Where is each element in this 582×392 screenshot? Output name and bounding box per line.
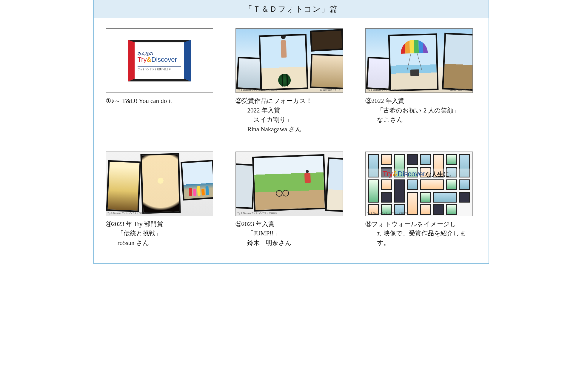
caption-line: ④2023 年 Try 部門賞 xyxy=(106,220,217,229)
bicycle-icon xyxy=(275,188,289,197)
td-logo-subtitle: フォトコンテスト受賞作品より xyxy=(138,66,181,71)
td-logo-frame: みんなの Try&Discover フォトコンテスト受賞作品より xyxy=(128,40,191,81)
featured-photo-fireworks xyxy=(140,153,181,214)
side-photo-left xyxy=(366,57,392,90)
banner-try: Try xyxy=(383,170,393,178)
side-photo-left xyxy=(236,57,263,90)
child-figure xyxy=(281,40,287,58)
caption-line: ③2022 年入賞 xyxy=(365,96,477,106)
banner-amp: & xyxy=(393,170,398,178)
wall-tile xyxy=(433,192,457,203)
panel-3: Try & Discover フォトコンテスト 受賞作品 Song by ゴスペ… xyxy=(365,28,477,144)
wall-tile xyxy=(407,179,418,190)
caption-line: 「古希のお祝い 2 人の笑顔」 xyxy=(365,106,477,115)
caption-line: ⑤2023 年入賞 xyxy=(235,220,347,229)
wall-tile xyxy=(407,192,418,215)
contest-credit: Try & Discover フォトコンテスト 受賞作品 xyxy=(367,89,407,92)
featured-photo-suikawari xyxy=(258,34,308,90)
contest-credit: Try & Discover フォトコンテスト 受賞作品 xyxy=(367,212,407,215)
panel-4-caption: ④2023 年 Try 部門賞 「伝統と挑戦」 ro5sun さん xyxy=(106,220,217,248)
contest-credit: Try & Discover フォトコンテスト 受賞作品 xyxy=(108,212,148,215)
header-bar: 「Ｔ＆Ｄフォトコン」篇 xyxy=(94,0,489,18)
caption-line: Rina Nakagawa さん xyxy=(235,125,347,134)
panel-5: Try & Discover フォトコンテスト 受賞作品 ⑤2023 年入賞 「… xyxy=(235,152,347,257)
parasail-ropes xyxy=(407,53,421,71)
panel-1-thumb: みんなの Try&Discover フォトコンテスト受賞作品より xyxy=(106,28,213,93)
side-photo-right-beach xyxy=(181,160,213,200)
field-scene xyxy=(254,156,325,210)
panel-2: Try & Discover フォトコンテスト 受賞作品 Song by ゴスペ… xyxy=(235,28,347,144)
wall-tile xyxy=(420,192,431,203)
panel-5-thumb: Try & Discover フォトコンテスト 受賞作品 xyxy=(235,152,343,216)
wall-tile xyxy=(381,179,392,190)
photo-wall-banner: Try&Discoverな人生に。 xyxy=(366,169,472,180)
wall-tile xyxy=(394,179,405,203)
caption-line: 「JUMP!!」 xyxy=(235,229,347,238)
caption-line: 「スイカ割り」 xyxy=(235,115,347,125)
panel-6-thumb: Try&Discoverな人生に。 Try & Discover フォトコンテス… xyxy=(365,152,473,216)
wall-tile xyxy=(420,154,431,165)
panel-3-thumb: Try & Discover フォトコンテスト 受賞作品 Song by ゴスペ… xyxy=(365,28,473,93)
parasail-icon xyxy=(401,39,428,54)
caption-line: 「伝統と挑戦」 xyxy=(106,229,217,238)
side-photo-left xyxy=(235,163,255,209)
wall-tile xyxy=(381,154,392,165)
wall-tile xyxy=(381,192,392,203)
wall-tile xyxy=(407,154,418,165)
side-photo-left-autumn xyxy=(106,160,141,212)
panel-4: Try & Discover フォトコンテスト 受賞作品 ④2023 年 Try… xyxy=(106,152,217,257)
caption-line: ro5sun さん xyxy=(106,238,217,248)
banner-discover: Discover xyxy=(398,170,425,178)
wall-tile xyxy=(433,204,444,215)
banner-jp: な人生に。 xyxy=(425,171,455,178)
wall-tile xyxy=(446,204,457,215)
contest-credit: Try & Discover フォトコンテスト 受賞作品 xyxy=(238,89,278,92)
wall-tile xyxy=(446,179,457,190)
featured-photo-jump xyxy=(252,154,326,212)
panel-5-caption: ⑤2023 年入賞 「JUMP!!」 鈴木 明奈さん xyxy=(235,220,347,248)
watermelon-icon xyxy=(278,74,291,87)
panel-6: Try&Discoverな人生に。 Try & Discover フォトコンテス… xyxy=(365,152,477,257)
storyboard-grid: みんなの Try&Discover フォトコンテスト受賞作品より ①♪～ T&D… xyxy=(94,18,489,263)
caption-line: なこさん xyxy=(365,115,477,125)
side-photo-bottom-right xyxy=(310,54,343,89)
caption-line: 鈴木 明奈さん xyxy=(235,238,347,248)
caption-line: 2022 年入賞 xyxy=(235,106,347,115)
wall-tile xyxy=(368,179,379,203)
panel-3-caption: ③2022 年入賞 「古希のお祝い 2 人の笑顔」 なこさん xyxy=(365,96,477,125)
storyboard-page: 「Ｔ＆Ｄフォトコン」篇 みんなの Try&Discover フォトコンテスト受賞… xyxy=(93,0,489,264)
photo-wall xyxy=(368,154,470,209)
side-photo-right xyxy=(325,157,343,212)
try-text: Try xyxy=(138,56,147,63)
panel-6-caption: ⑥フォトウォールをイメージし た映像で、受賞作品を紹介しま す。 xyxy=(365,220,477,248)
caption-line: ②受賞作品にフォーカス！ xyxy=(235,96,347,106)
page-title: 「Ｔ＆Ｄフォトコン」篇 xyxy=(244,4,338,14)
amp-text: & xyxy=(147,56,151,63)
wall-tile xyxy=(459,179,470,190)
song-credit: Song by ゴスペラーズ xyxy=(450,89,471,92)
panel-2-thumb: Try & Discover フォトコンテスト 受賞作品 Song by ゴスペ… xyxy=(235,28,343,93)
song-credit: Song by ゴスペラーズ xyxy=(320,89,341,92)
wall-tile xyxy=(446,154,457,165)
kids-dancing xyxy=(185,185,212,196)
wall-tile xyxy=(459,192,470,203)
caption-line: す。 xyxy=(365,238,477,248)
wall-tile xyxy=(420,179,444,190)
discover-text: Discover xyxy=(151,56,177,63)
caption-line: ⑥フォトウォールをイメージし xyxy=(365,220,477,229)
wall-tile xyxy=(420,204,431,215)
jumping-person-icon xyxy=(304,173,310,183)
panel-4-thumb: Try & Discover フォトコンテスト 受賞作品 xyxy=(106,152,213,216)
contest-credit: Try & Discover フォトコンテスト 受賞作品 xyxy=(238,212,278,215)
side-photo-top-right xyxy=(310,29,343,52)
caption-line: た映像で、受賞作品を紹介しま xyxy=(365,229,477,238)
caption-line: ①♪～ T&D! You can do it xyxy=(106,96,217,106)
featured-photo-parasail xyxy=(388,33,438,91)
td-logo-wordmark: Try&Discover xyxy=(138,56,181,64)
side-photo-right xyxy=(442,33,472,91)
parasail-riders xyxy=(410,69,419,76)
panel-1: みんなの Try&Discover フォトコンテスト受賞作品より ①♪～ T&D… xyxy=(106,28,217,144)
panel-1-caption: ①♪～ T&D! You can do it xyxy=(106,96,217,106)
panel-2-caption: ②受賞作品にフォーカス！ 2022 年入賞 「スイカ割り」 Rina Nakag… xyxy=(235,96,347,134)
